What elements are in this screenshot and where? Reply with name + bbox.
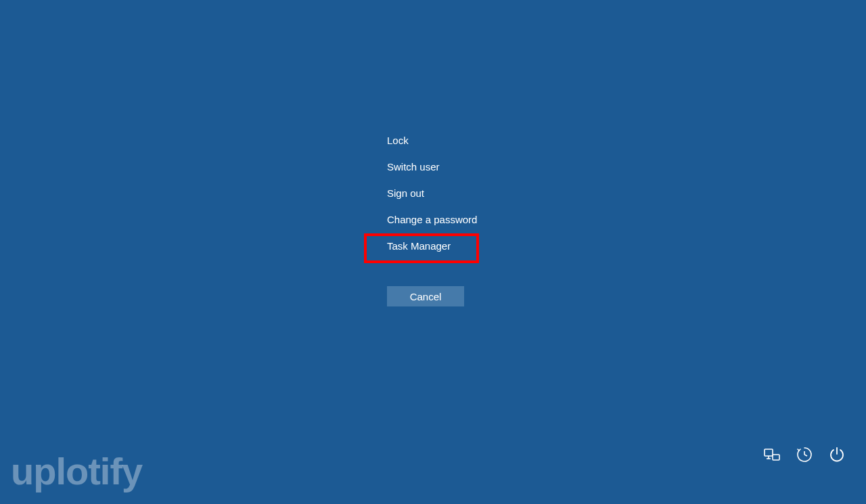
power-icon[interactable] [828,446,846,463]
menu-item-lock[interactable]: Lock [387,127,477,154]
cancel-container: Cancel [387,286,464,306]
svg-rect-1 [773,455,779,460]
menu-item-switch-user[interactable]: Switch user [387,154,477,180]
cancel-button[interactable]: Cancel [387,286,464,306]
network-icon[interactable] [763,446,781,463]
menu-item-change-password[interactable]: Change a password [387,206,477,233]
watermark-text: uplotify [11,449,142,493]
security-options-menu: Lock Switch user Sign out Change a passw… [387,127,477,259]
menu-item-sign-out[interactable]: Sign out [387,180,477,206]
svg-line-5 [804,455,807,456]
menu-item-task-manager[interactable]: Task Manager [387,233,477,259]
ease-of-access-icon[interactable] [796,446,813,463]
svg-rect-0 [765,449,773,456]
bottom-icons-bar [763,446,846,463]
